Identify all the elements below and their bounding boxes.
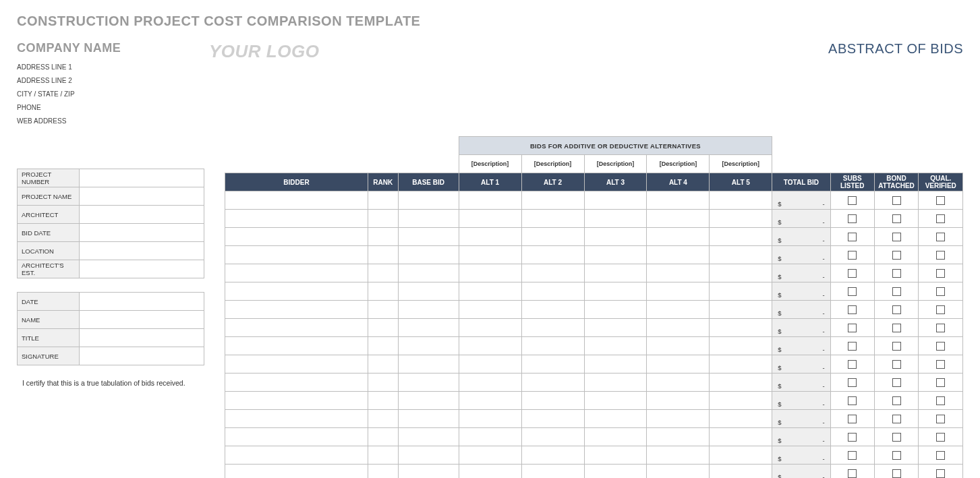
alt5-cell[interactable]: [710, 446, 772, 465]
alt2-desc[interactable]: [Description]: [521, 155, 584, 173]
sig-name-cell[interactable]: [80, 311, 204, 329]
alt2-cell[interactable]: [521, 282, 584, 301]
checkbox-icon[interactable]: [848, 342, 857, 351]
project-number-cell[interactable]: [80, 169, 204, 187]
sig-title-cell[interactable]: [80, 329, 204, 347]
bidder-cell[interactable]: [225, 374, 368, 392]
rank-cell[interactable]: [368, 355, 398, 374]
alt5-cell[interactable]: [710, 210, 772, 228]
rank-cell[interactable]: [368, 392, 398, 410]
rank-cell[interactable]: [368, 246, 398, 264]
bond-attached-cell[interactable]: [874, 465, 919, 479]
alt3-cell[interactable]: [584, 410, 647, 428]
alt2-cell[interactable]: [521, 246, 584, 264]
checkbox-icon[interactable]: [936, 305, 945, 314]
alt4-cell[interactable]: [647, 264, 710, 282]
base-bid-cell[interactable]: [398, 210, 459, 228]
alt5-cell[interactable]: [710, 392, 772, 410]
rank-cell[interactable]: [368, 228, 398, 246]
checkbox-icon[interactable]: [848, 305, 857, 314]
checkbox-icon[interactable]: [848, 233, 857, 241]
checkbox-icon[interactable]: [936, 287, 945, 296]
alt1-cell[interactable]: [459, 355, 521, 374]
checkbox-icon[interactable]: [936, 360, 945, 369]
checkbox-icon[interactable]: [892, 396, 901, 405]
alt2-cell[interactable]: [521, 374, 584, 392]
bidder-cell[interactable]: [225, 191, 368, 210]
rank-cell[interactable]: [368, 191, 398, 210]
alt3-desc[interactable]: [Description]: [584, 155, 647, 173]
bidder-cell[interactable]: [225, 337, 368, 355]
base-bid-cell[interactable]: [398, 410, 459, 428]
bond-attached-cell[interactable]: [874, 282, 919, 301]
checkbox-icon[interactable]: [848, 360, 857, 369]
checkbox-icon[interactable]: [848, 287, 857, 296]
alt3-cell[interactable]: [584, 228, 647, 246]
alt5-cell[interactable]: [710, 282, 772, 301]
rank-cell[interactable]: [368, 282, 398, 301]
subs-listed-cell[interactable]: [830, 264, 874, 282]
bidder-cell[interactable]: [225, 301, 368, 319]
bond-attached-cell[interactable]: [874, 392, 919, 410]
bidder-cell[interactable]: [225, 446, 368, 465]
alt3-cell[interactable]: [584, 465, 647, 479]
subs-listed-cell[interactable]: [830, 374, 874, 392]
bond-attached-cell[interactable]: [874, 355, 919, 374]
subs-listed-cell[interactable]: [830, 410, 874, 428]
qual-verified-cell[interactable]: [919, 282, 963, 301]
alt3-cell[interactable]: [584, 392, 647, 410]
alt2-cell[interactable]: [521, 337, 584, 355]
base-bid-cell[interactable]: [398, 465, 459, 479]
qual-verified-cell[interactable]: [919, 446, 963, 465]
base-bid-cell[interactable]: [398, 246, 459, 264]
checkbox-icon[interactable]: [936, 342, 945, 351]
bond-attached-cell[interactable]: [874, 246, 919, 264]
alt1-cell[interactable]: [459, 410, 521, 428]
qual-verified-cell[interactable]: [919, 301, 963, 319]
checkbox-icon[interactable]: [848, 269, 857, 278]
alt5-cell[interactable]: [710, 264, 772, 282]
alt4-cell[interactable]: [647, 228, 710, 246]
checkbox-icon[interactable]: [936, 451, 945, 460]
bond-attached-cell[interactable]: [874, 191, 919, 210]
alt4-cell[interactable]: [647, 301, 710, 319]
alt1-desc[interactable]: [Description]: [459, 155, 521, 173]
checkbox-icon[interactable]: [892, 287, 901, 296]
bond-attached-cell[interactable]: [874, 301, 919, 319]
alt5-cell[interactable]: [710, 301, 772, 319]
subs-listed-cell[interactable]: [830, 337, 874, 355]
bond-attached-cell[interactable]: [874, 228, 919, 246]
subs-listed-cell[interactable]: [830, 210, 874, 228]
qual-verified-cell[interactable]: [919, 319, 963, 337]
architects-est-cell[interactable]: [80, 260, 204, 278]
bid-date-cell[interactable]: [80, 224, 204, 242]
alt3-cell[interactable]: [584, 264, 647, 282]
qual-verified-cell[interactable]: [919, 264, 963, 282]
checkbox-icon[interactable]: [892, 342, 901, 351]
alt2-cell[interactable]: [521, 446, 584, 465]
rank-cell[interactable]: [368, 374, 398, 392]
rank-cell[interactable]: [368, 210, 398, 228]
base-bid-cell[interactable]: [398, 355, 459, 374]
alt3-cell[interactable]: [584, 374, 647, 392]
alt2-cell[interactable]: [521, 392, 584, 410]
checkbox-icon[interactable]: [848, 451, 857, 460]
qual-verified-cell[interactable]: [919, 191, 963, 210]
qual-verified-cell[interactable]: [919, 465, 963, 479]
bidder-cell[interactable]: [225, 319, 368, 337]
base-bid-cell[interactable]: [398, 264, 459, 282]
alt4-cell[interactable]: [647, 446, 710, 465]
alt1-cell[interactable]: [459, 374, 521, 392]
checkbox-icon[interactable]: [892, 324, 901, 332]
architect-cell[interactable]: [80, 206, 204, 224]
bidder-cell[interactable]: [225, 355, 368, 374]
alt1-cell[interactable]: [459, 392, 521, 410]
checkbox-icon[interactable]: [892, 251, 901, 260]
alt5-cell[interactable]: [710, 355, 772, 374]
alt4-cell[interactable]: [647, 410, 710, 428]
alt2-cell[interactable]: [521, 410, 584, 428]
alt3-cell[interactable]: [584, 210, 647, 228]
alt1-cell[interactable]: [459, 465, 521, 479]
alt1-cell[interactable]: [459, 337, 521, 355]
checkbox-icon[interactable]: [848, 214, 857, 223]
